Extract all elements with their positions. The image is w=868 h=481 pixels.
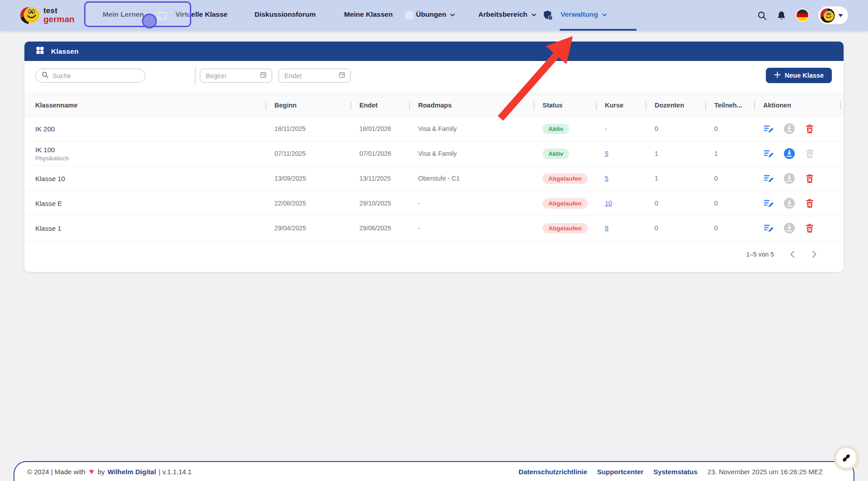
- column-header[interactable]: Kurse: [596, 94, 646, 116]
- column-header[interactable]: Beginn: [265, 94, 350, 116]
- end-date: 29/10/2025: [350, 200, 409, 207]
- edit-icon[interactable]: [763, 123, 774, 134]
- nav-item-uebungen[interactable]: Übungen: [416, 0, 455, 29]
- column-header[interactable]: Endet: [350, 94, 409, 116]
- column-header[interactable]: Status: [533, 94, 596, 116]
- edit-icon[interactable]: [763, 173, 774, 184]
- footer-brand-link[interactable]: Wilhelm Digital: [108, 468, 156, 476]
- panel-title: Klassen: [51, 47, 79, 56]
- logo-text-line2: german: [43, 15, 75, 23]
- footer-link-supportcenter[interactable]: Supportcenter: [597, 468, 644, 476]
- roadmap: -: [409, 200, 533, 207]
- status-badge: Aktiv: [542, 149, 569, 159]
- participants-count: 0: [705, 175, 754, 182]
- table-body: IK 200 18/11/2025 18/01/2026 Visa & Fami…: [24, 117, 844, 241]
- app-logo[interactable]: test german: [20, 5, 75, 25]
- end-date: 13/11/2025: [350, 175, 409, 182]
- participants-count: 0: [705, 125, 754, 132]
- nav-item-meine-klassen[interactable]: Meine Klassen: [344, 0, 393, 29]
- nav-item-diskussionsforum[interactable]: Diskussionsforum: [255, 0, 316, 29]
- column-header: Aktionen: [754, 94, 844, 116]
- language-flag-german[interactable]: [796, 9, 809, 22]
- roadmap: -: [409, 224, 533, 232]
- status-badge: Abgelaufen: [542, 198, 588, 209]
- courses-count-link[interactable]: 5: [605, 150, 609, 157]
- footer-link-systemstatus[interactable]: Systemstatus: [653, 468, 698, 476]
- delete-icon[interactable]: [805, 198, 815, 208]
- floating-widget-button[interactable]: [834, 446, 859, 470]
- logo-text-line1: test: [43, 7, 75, 14]
- courses-count-link[interactable]: 8: [605, 224, 609, 232]
- chevron-down-icon: [531, 13, 537, 17]
- class-name: IK 100: [35, 146, 265, 154]
- end-date-input[interactable]: [284, 72, 338, 79]
- download-icon[interactable]: [783, 148, 795, 159]
- chevron-down-icon: [602, 13, 607, 17]
- shield-icon: [542, 10, 553, 21]
- edit-icon[interactable]: [763, 223, 774, 233]
- download-icon[interactable]: [783, 197, 795, 209]
- logo-smiley-icon: [20, 5, 41, 25]
- footer-link-datenschutz[interactable]: Datenschutzrichtlinie: [519, 468, 587, 476]
- filter-divider: [195, 67, 196, 85]
- delete-icon[interactable]: [805, 173, 815, 183]
- participants-count: 1: [705, 150, 754, 157]
- delete-icon[interactable]: [805, 223, 815, 233]
- nav-item-verwaltung[interactable]: Verwaltung: [561, 0, 607, 29]
- lecturers-count: 0: [646, 200, 705, 207]
- download-icon[interactable]: [783, 173, 795, 184]
- column-header[interactable]: Dozenten: [646, 94, 705, 116]
- screen-cast-icon: [156, 9, 168, 23]
- edit-icon[interactable]: [763, 198, 774, 209]
- begin-date: 13/09/2025: [265, 175, 350, 182]
- begin-date-input[interactable]: [206, 72, 259, 79]
- begin-date: 18/11/2025: [265, 125, 350, 132]
- next-page-button[interactable]: [811, 250, 817, 258]
- lecturers-count: 1: [646, 175, 705, 182]
- roadmap: Visa & Family: [409, 125, 533, 132]
- calendar-icon[interactable]: [259, 71, 267, 80]
- nav-item-arbeitsbereich[interactable]: Arbeitsbereich: [478, 0, 537, 29]
- status-badge: Abgelaufen: [542, 173, 588, 184]
- end-date: 29/06/2025: [350, 224, 409, 232]
- search-input-wrapper: [35, 69, 146, 83]
- edit-icon[interactable]: [763, 148, 774, 159]
- table-row[interactable]: IK 200 18/11/2025 18/01/2026 Visa & Fami…: [24, 117, 844, 141]
- download-icon[interactable]: [783, 222, 795, 234]
- status-badge: Abgelaufen: [542, 223, 588, 233]
- table-row[interactable]: Klasse 1 29/04/2025 29/06/2025 - Abgelau…: [24, 216, 844, 241]
- table-row[interactable]: Klasse 10 13/09/2025 13/11/2025 Oberstuf…: [24, 166, 844, 191]
- klassen-panel: Klassen: [24, 42, 844, 272]
- footer-version: | v.1.1.14.1: [159, 468, 192, 476]
- participants-count: 0: [705, 224, 754, 232]
- chevron-down-icon: [838, 11, 844, 19]
- delete-icon[interactable]: [805, 149, 815, 159]
- footer-bar: © 2024 | Made with ♥ by Wilhelm Digital …: [14, 461, 854, 481]
- search-icon[interactable]: [757, 10, 767, 21]
- table-row[interactable]: IK 100 Physikalisch 07/11/2025 07/01/202…: [24, 141, 844, 166]
- notifications-bell-icon[interactable]: [776, 10, 787, 21]
- courses-count-link[interactable]: 10: [605, 200, 612, 207]
- top-navbar: test german Mein Lernen Virtuelle Klasse…: [0, 0, 868, 31]
- class-name: IK 200: [35, 125, 265, 133]
- user-menu[interactable]: [818, 6, 848, 24]
- class-subtitle: Physikalisch: [35, 155, 265, 162]
- courses-count: 5: [596, 175, 646, 182]
- courses-count: 8: [596, 224, 646, 232]
- column-header[interactable]: Teilneh...: [705, 94, 754, 116]
- column-header[interactable]: Klassenname: [24, 94, 265, 116]
- class-name: Klasse E: [35, 200, 265, 207]
- courses-count: -: [596, 125, 646, 132]
- end-date: 18/01/2026: [350, 125, 409, 132]
- new-class-button[interactable]: Neue Klasse: [766, 68, 832, 83]
- column-header[interactable]: Roadmaps: [409, 94, 533, 116]
- courses-count-link[interactable]: 5: [605, 175, 609, 182]
- search-input[interactable]: [52, 72, 140, 79]
- end-date: 07/01/2026: [350, 150, 409, 157]
- previous-page-button[interactable]: [789, 250, 796, 258]
- table-row[interactable]: Klasse E 22/08/2025 29/10/2025 - Abgelau…: [24, 191, 844, 216]
- download-icon[interactable]: [783, 123, 795, 135]
- calendar-icon[interactable]: [338, 71, 346, 80]
- grid-icon: [35, 46, 45, 57]
- delete-icon[interactable]: [805, 124, 815, 134]
